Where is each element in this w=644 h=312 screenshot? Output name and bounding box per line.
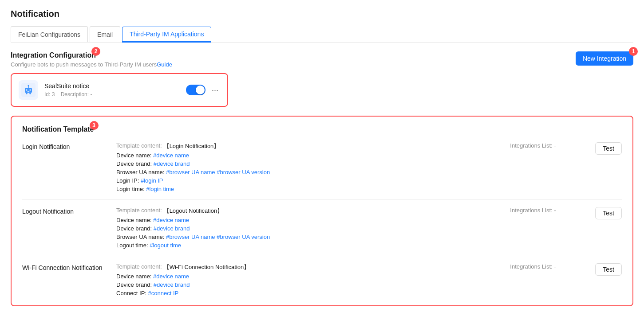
template-line: Logout time: #logout time (116, 242, 505, 249)
test-button[interactable]: Test (595, 142, 622, 155)
template-section: Notification Template 3 Login Notificati… (11, 116, 633, 306)
integrations-list-col: Integrations List: - (510, 207, 590, 214)
badge-2: 2 (91, 47, 100, 56)
integration-meta: Id: 3 Description: - (44, 91, 180, 98)
integrations-label: Integrations List: - (510, 263, 590, 270)
page-title: Notification (11, 9, 633, 19)
integration-config-left: Integration Configuration 2 Configure bo… (11, 51, 172, 68)
tabs-container: FeiLian Configurations Email Third-Party… (11, 26, 633, 43)
test-btn-col: Test (595, 207, 622, 219)
template-tag: #logout time (150, 242, 181, 249)
template-tag: #connect IP (148, 290, 179, 296)
notification-type: Wi-Fi Connection Notification (22, 263, 111, 271)
template-line: Device name: #device name (116, 152, 505, 159)
integration-controls: ··· (186, 85, 220, 96)
notification-type: Login Notification (22, 142, 111, 150)
integration-name: SealSuite notice (44, 82, 180, 90)
template-line: Login IP: #login IP (116, 177, 505, 184)
template-tag: #browser UA name (166, 234, 215, 240)
template-line: Device brand: #device brand (116, 281, 505, 288)
template-line: Browser UA name: #browser UA name #brows… (116, 234, 505, 240)
template-tag: #login time (146, 186, 174, 192)
template-content-col: Template content:【Login Notification】Dev… (116, 142, 505, 192)
template-section-wrapper: Notification Template 3 Login Notificati… (11, 116, 633, 306)
template-row: Wi-Fi Connection NotificationTemplate co… (22, 256, 622, 296)
template-tag: #device name (153, 152, 189, 159)
template-tag: #device brand (154, 281, 190, 288)
notification-type: Logout Notification (22, 207, 111, 215)
integration-config-header: Integration Configuration 2 Configure bo… (11, 51, 633, 68)
template-tag: #browser UA version (215, 234, 270, 240)
template-content-col: Template content:【Logout Notification】De… (116, 207, 505, 249)
integrations-list-col: Integrations List: - (510, 263, 590, 270)
test-button[interactable]: Test (595, 263, 622, 276)
sealsuite-icon (21, 83, 36, 97)
template-line: Login time: #login time (116, 186, 505, 192)
template-label: Template content: (116, 207, 162, 215)
svg-rect-4 (28, 91, 30, 92)
template-line: Connect IP: #connect IP (116, 290, 505, 296)
template-label: Template content: (116, 142, 162, 150)
template-content-col: Template content:【Wi-Fi Connection Notif… (116, 263, 505, 296)
badge-1: 1 (629, 47, 638, 56)
template-line: Device name: #device name (116, 273, 505, 280)
integration-toggle[interactable] (186, 85, 205, 95)
template-line: 【Wi-Fi Connection Notification】 (164, 263, 250, 271)
template-line: Browser UA name: #browser UA name #brows… (116, 169, 505, 176)
badge-3: 3 (90, 121, 99, 130)
template-rows: Login NotificationTemplate content:【Logi… (22, 142, 622, 296)
svg-rect-8 (29, 93, 31, 94)
template-tag: #device name (153, 273, 189, 280)
template-tag: #device brand (154, 160, 190, 167)
integration-card: SealSuite notice Id: 3 Description: - ··… (11, 73, 228, 107)
template-tag: #browser UA version (215, 169, 270, 176)
test-button[interactable]: Test (595, 207, 622, 219)
new-integration-button[interactable]: New Integration (576, 51, 633, 66)
test-btn-col: Test (595, 142, 622, 155)
integration-icon (19, 80, 38, 100)
integrations-label: Integrations List: - (510, 207, 590, 214)
integrations-label: Integrations List: - (510, 142, 590, 149)
integration-config-subtitle: Configure bots to push messages to Third… (11, 61, 172, 68)
integration-more-button[interactable]: ··· (210, 85, 220, 96)
integration-info: SealSuite notice Id: 3 Description: - (44, 82, 180, 98)
template-label: Template content: (116, 263, 162, 271)
template-line: Device brand: #device brand (116, 225, 505, 232)
tab-feilian[interactable]: FeiLian Configurations (11, 26, 88, 42)
template-tag: #device brand (154, 225, 190, 232)
template-line: 【Logout Notification】 (164, 207, 223, 215)
template-row: Login NotificationTemplate content:【Logi… (22, 142, 622, 200)
page-container: Notification FeiLian Configurations Emai… (0, 0, 644, 312)
guide-link[interactable]: Guide (157, 61, 172, 68)
integration-config-title: Integration Configuration (11, 51, 96, 59)
svg-point-6 (28, 85, 29, 86)
template-line: Device brand: #device brand (116, 160, 505, 167)
template-tag: #login IP (141, 177, 163, 184)
template-tag: #browser UA name (166, 169, 215, 176)
template-row: Logout NotificationTemplate content:【Log… (22, 200, 622, 256)
test-btn-col: Test (595, 263, 622, 276)
tab-third-party[interactable]: Third-Party IM Applications (122, 27, 211, 43)
svg-point-2 (26, 89, 27, 90)
svg-rect-7 (26, 93, 27, 94)
template-line: Device name: #device name (116, 217, 505, 223)
template-tag: #device name (153, 217, 189, 223)
new-integration-wrapper: New Integration 1 (576, 51, 633, 66)
tab-email[interactable]: Email (90, 26, 120, 42)
svg-point-3 (29, 89, 31, 90)
template-section-title: Notification Template (22, 125, 94, 133)
integrations-list-col: Integrations List: - (510, 142, 590, 149)
template-line: 【Login Notification】 (164, 142, 220, 150)
